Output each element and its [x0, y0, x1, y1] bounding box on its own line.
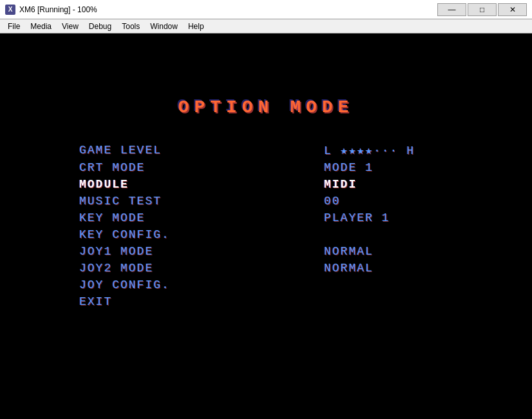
menu-label-module: MODULE: [79, 178, 260, 191]
menu-value-crt-mode: MODE 1: [324, 161, 453, 174]
menu-value-key-mode: PLAYER 1: [324, 211, 453, 224]
menu-tools[interactable]: Tools: [117, 21, 145, 32]
table-row: JOY2 MODE NORMAL: [79, 262, 453, 275]
option-mode-title: OPTION MODE: [178, 97, 354, 117]
window-controls: — □ ✕: [437, 3, 527, 16]
menu-label-joy2-mode: JOY2 MODE: [79, 262, 260, 275]
screen-content: OPTION MODE GAME LEVEL L ★★★★··· H CRT M…: [60, 72, 472, 381]
menu-label-exit: EXIT: [79, 295, 260, 308]
close-button[interactable]: ✕: [498, 3, 527, 16]
table-row: KEY MODE PLAYER 1: [79, 211, 453, 224]
emulator-screen: OPTION MODE GAME LEVEL L ★★★★··· H CRT M…: [0, 34, 532, 419]
menu-value-joy1-mode: NORMAL: [324, 245, 453, 258]
title-bar: X XM6 [Running] - 100% — □ ✕: [0, 0, 532, 19]
menu-window[interactable]: Window: [145, 21, 183, 32]
app-icon: X: [5, 5, 15, 15]
menu-value-music-test: 00: [324, 195, 453, 208]
menu-label-crt-mode: CRT MODE: [79, 161, 260, 174]
menu-debug[interactable]: Debug: [84, 21, 117, 32]
maximize-button[interactable]: □: [468, 3, 497, 16]
menu-file[interactable]: File: [3, 21, 25, 32]
table-row: KEY CONFIG.: [79, 228, 453, 241]
table-row: CRT MODE MODE 1: [79, 161, 453, 174]
menu-value-joy2-mode: NORMAL: [324, 262, 453, 275]
menu-label-key-mode: KEY MODE: [79, 211, 260, 224]
menu-label-joy-config: JOY CONFIG.: [79, 278, 260, 291]
menu-bar: File Media View Debug Tools Window Help: [0, 19, 532, 34]
emulator-window: OPTION MODE GAME LEVEL L ★★★★··· H CRT M…: [0, 34, 532, 419]
table-row: GAME LEVEL L ★★★★··· H: [79, 143, 453, 157]
option-menu-table: GAME LEVEL L ★★★★··· H CRT MODE MODE 1 M…: [79, 143, 453, 312]
menu-label-music-test: MUSIC TEST: [79, 195, 260, 208]
menu-value-game-level: L ★★★★··· H: [324, 143, 453, 157]
menu-value-module: MIDI: [324, 178, 453, 191]
menu-label-game-level: GAME LEVEL: [79, 144, 260, 157]
window-title: XM6 [Running] - 100%: [19, 5, 97, 14]
menu-view[interactable]: View: [57, 21, 84, 32]
menu-media[interactable]: Media: [25, 21, 57, 32]
table-row: MODULE MIDI: [79, 178, 453, 191]
menu-label-joy1-mode: JOY1 MODE: [79, 245, 260, 258]
table-row: JOY CONFIG.: [79, 278, 453, 291]
table-row: MUSIC TEST 00: [79, 195, 453, 208]
minimize-button[interactable]: —: [437, 3, 466, 16]
table-row: EXIT: [79, 295, 453, 308]
menu-label-key-config: KEY CONFIG.: [79, 228, 260, 241]
table-row: JOY1 MODE NORMAL: [79, 245, 453, 258]
menu-help[interactable]: Help: [183, 21, 209, 32]
title-bar-left: X XM6 [Running] - 100%: [5, 5, 97, 15]
